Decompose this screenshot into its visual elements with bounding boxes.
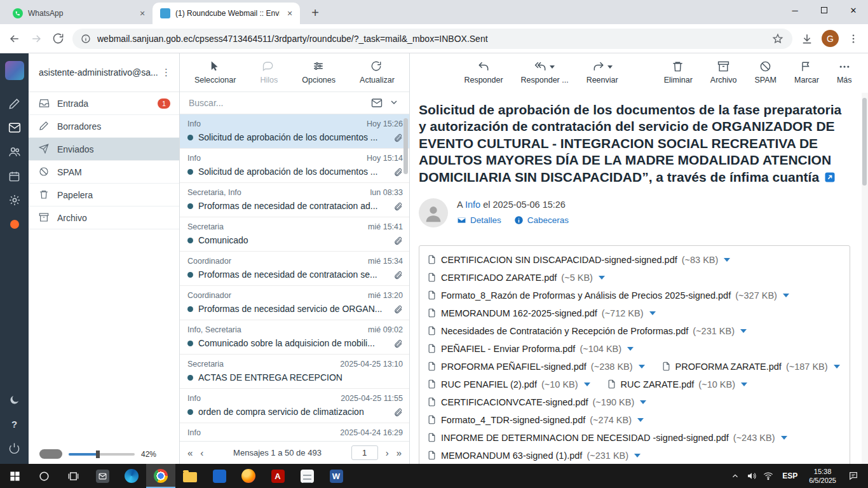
refresh-icon[interactable] [51,32,65,46]
attachment-menu-caret-icon[interactable] [781,436,787,440]
calendar-icon[interactable] [4,166,25,186]
refresh-button[interactable]: Actualizar [357,60,397,85]
attachment-menu-caret-icon[interactable] [740,329,747,333]
message-list-item[interactable]: Info 2025-04-25 11:55 orden de compra se… [180,389,409,423]
language-indicator[interactable]: ESP [776,471,803,480]
message-list-item[interactable]: Secretaria mié 15:41 Comunicado [180,217,409,252]
attachment-menu-caret-icon[interactable] [834,365,840,369]
message-list-item[interactable]: Info 2025-04-24 16:29 [180,423,409,441]
acrobat-icon[interactable]: A [263,464,292,488]
threads-button[interactable]: Hilos [257,60,280,85]
folder-enviados[interactable]: Enviados [29,138,179,161]
browser-menu-icon[interactable] [846,32,860,46]
edge-icon[interactable] [117,464,146,488]
attachment-item[interactable]: Formato_4_TDR-signed-signed.pdf (~274 KB… [427,412,644,427]
forward-button[interactable]: Reenviar [580,60,625,85]
attachment-item[interactable]: CERTIFICADO ZARATE.pdf (~5 KB) [427,270,605,285]
tab-roundcube[interactable]: (1) Roundcube Webmail :: Envia ✕ [153,3,300,24]
next-page-button[interactable]: › [386,448,389,458]
tray-chevron-up-icon[interactable] [727,464,743,488]
attachment-item[interactable]: PROFORMA ZARATE.pdf (~187 KB) [661,359,840,374]
settings-gear-icon[interactable] [4,191,25,210]
folder-papelera[interactable]: Papelera [29,184,179,207]
message-list-item[interactable]: Info Hoy 15:14 Solicitud de aprobación d… [180,149,409,183]
mail-icon[interactable] [4,118,25,137]
search-icon[interactable] [29,464,58,488]
attachment-menu-caret-icon[interactable] [783,294,789,297]
attachment-menu-caret-icon[interactable] [724,258,730,262]
attachment-item[interactable]: PEÑAFIEL - Enviar Proforma.pdf (~104 KB) [427,341,634,356]
word-icon[interactable]: W [322,464,351,488]
attachment-item[interactable]: MEMORANDUM 63-signed (1).pdf (~231 KB) [427,448,641,463]
message-list-item[interactable]: Info, Secretaria mié 09:02 Comunicado so… [180,320,409,355]
folder-spam[interactable]: SPAM [29,161,179,184]
logout-power-icon[interactable] [4,438,25,458]
attachment-item[interactable]: CERTIFICACION SIN DISCAPACIDAD-signed-si… [427,252,730,267]
previous-page-button[interactable]: ‹ [200,448,203,458]
attachment-menu-caret-icon[interactable] [741,383,747,386]
network-wifi-icon[interactable] [760,464,776,488]
reply-all-button[interactable]: Responder ... [514,60,576,85]
chevron-down-icon[interactable] [550,65,555,69]
attachment-menu-caret-icon[interactable] [634,454,641,458]
search-options-chevron-icon[interactable] [389,97,400,109]
select-button[interactable]: Seleccionar [192,60,238,85]
window-minimize-button[interactable]: ─ [780,0,810,20]
recipient-link[interactable]: Info [465,200,480,210]
details-link[interactable]: Detalles [457,215,501,225]
external-link-icon[interactable] [824,170,836,187]
attachment-item[interactable]: Formato_8_Razón de Proformas y Análisis … [427,288,789,302]
first-page-button[interactable]: « [187,448,193,458]
attachment-item[interactable]: RUC PENAFIEL (2).pdf (~10 KB) [427,377,590,391]
attachment-item[interactable]: MEMORANDUM 162-2025-signed.pdf (~712 KB) [427,306,656,320]
contacts-icon[interactable] [4,142,25,161]
account-menu-icon[interactable]: ⋮ [161,67,172,78]
folder-borradores[interactable]: Borradores [29,115,179,138]
spam-button[interactable]: SPAM [748,60,784,85]
site-info-icon[interactable] [80,33,91,44]
attachment-item[interactable]: INFORME DE DETERMINACION DE NECESIDAD -s… [427,430,787,445]
file-explorer-icon[interactable] [175,464,205,488]
back-icon[interactable] [8,32,22,46]
url-bar[interactable]: webmail.sanjuan.gob.ec/cpsess4713464511/… [72,29,792,49]
message-list-item[interactable]: Secretaria 2025-04-25 13:10 ACTAS DE ENT… [180,355,409,389]
cpanel-icon[interactable] [4,215,25,234]
mail-app-icon[interactable] [88,464,117,488]
bookmark-star-icon[interactable] [771,32,785,46]
attachment-menu-caret-icon[interactable] [640,400,646,404]
new-tab-button[interactable]: + [306,4,324,22]
notification-center-icon[interactable] [842,464,865,488]
page-number-input[interactable] [351,445,378,460]
tab-whatsapp[interactable]: WhatsApp ✕ [5,3,153,24]
search-scope-mail-icon[interactable] [371,97,383,109]
options-button[interactable]: Opciones [299,60,338,85]
task-view-icon[interactable] [58,464,88,488]
download-icon[interactable] [800,32,814,46]
attachment-menu-caret-icon[interactable] [584,383,590,386]
firefox-icon[interactable] [234,464,263,488]
chrome-icon[interactable] [146,464,175,488]
zoom-slider[interactable] [69,453,135,456]
delete-button[interactable]: Eliminar [657,60,700,85]
blue-app-icon[interactable] [205,464,234,488]
reply-button[interactable]: Responder [457,60,510,85]
attachment-item[interactable]: RUC ZARATE.pdf (~10 KB) [607,377,747,391]
zoom-slider-handle[interactable] [96,451,100,458]
headers-link[interactable]: Cabeceras [514,215,569,225]
window-maximize-button[interactable] [810,0,839,20]
folder-archivo[interactable]: Archivo [29,207,179,229]
folder-entrada[interactable]: Entrada 1 [29,92,179,115]
dark-mode-moon-icon[interactable] [4,390,25,409]
attachment-item[interactable]: CERTIFICACIONVCATE-signed.pdf (~190 KB) [427,395,646,409]
attachment-menu-caret-icon[interactable] [639,365,645,369]
message-list-item[interactable]: Coordinador mié 13:20 Proformas de neces… [180,286,409,320]
attachment-item[interactable]: Necesidades de Contratación y Recepción … [427,323,747,338]
profile-avatar[interactable]: G [822,30,839,47]
tab-close-icon[interactable]: ✕ [285,8,295,18]
window-close-button[interactable]: ✕ [839,0,868,20]
help-icon[interactable]: ? [4,414,25,433]
zoom-grip-icon[interactable] [39,449,62,459]
attachment-menu-caret-icon[interactable] [649,311,656,315]
compose-icon[interactable] [4,94,25,113]
forward-icon[interactable] [29,32,43,46]
